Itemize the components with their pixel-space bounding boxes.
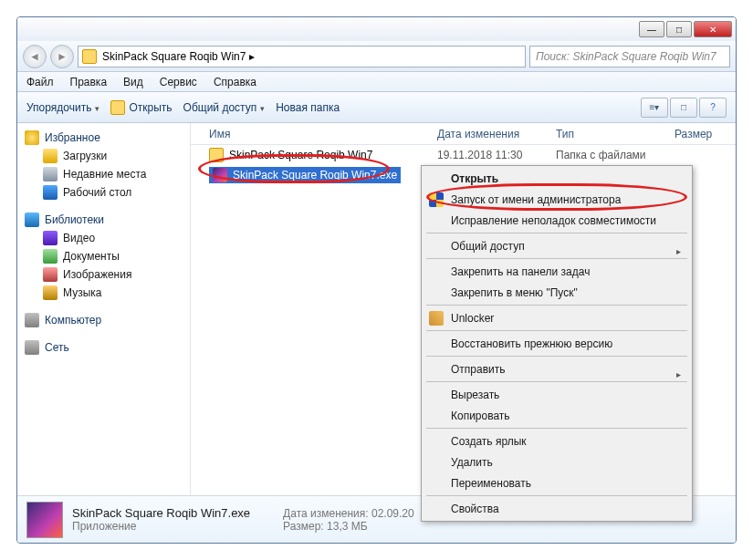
file-row[interactable]: SkinPack Square Roqib Win7 19.11.2018 11…	[191, 145, 736, 165]
forward-button[interactable]: ►	[50, 45, 74, 68]
ctx-restore[interactable]: Восстановить прежнюю версию	[424, 333, 690, 354]
separator	[426, 495, 687, 496]
ctx-compat[interactable]: Исправление неполадок совместимости	[424, 210, 690, 231]
navbar: ◄ ► SkinPack Square Roqib Win7 ▸ Поиск: …	[17, 41, 736, 72]
separator	[426, 330, 687, 331]
computer-icon	[25, 313, 39, 327]
sidebar-libraries[interactable]: Библиотеки	[17, 211, 190, 229]
context-menu: Открыть Запуск от имени администратора И…	[421, 165, 693, 522]
images-icon	[43, 267, 58, 282]
file-thumbnail	[26, 502, 63, 538]
ctx-pinstart[interactable]: Закрепить в меню "Пуск"	[424, 282, 690, 303]
col-type[interactable]: Тип	[556, 128, 675, 140]
menu-tools[interactable]: Сервис	[160, 76, 197, 88]
sidebar: Избранное Загрузки Недавние места Рабочи…	[17, 123, 191, 495]
preview-pane-button[interactable]: □	[670, 98, 697, 118]
explorer-window: — □ ✕ ◄ ► SkinPack Square Roqib Win7 ▸ П…	[16, 16, 737, 544]
separator	[426, 381, 687, 382]
maximize-button[interactable]: □	[666, 21, 692, 37]
sidebar-item-video[interactable]: Видео	[17, 229, 190, 247]
view-mode-button[interactable]: ≡▾	[641, 98, 668, 118]
search-input[interactable]: Поиск: SkinPack Square Roqib Win7	[529, 46, 730, 67]
minimize-button[interactable]: —	[639, 21, 664, 37]
ctx-open[interactable]: Открыть	[424, 168, 690, 189]
sidebar-item-images[interactable]: Изображения	[17, 265, 190, 284]
libraries-icon	[25, 213, 39, 227]
folder-icon	[82, 49, 97, 64]
ctx-copy[interactable]: Копировать	[424, 405, 690, 426]
separator	[426, 258, 687, 259]
shield-icon	[429, 192, 444, 207]
network-icon	[25, 340, 39, 355]
details-meta: Дата изменения: 02.09.20 Размер: 13,3 МБ	[283, 507, 414, 533]
wand-icon	[429, 311, 444, 326]
address-bar[interactable]: SkinPack Square Roqib Win7 ▸	[78, 46, 526, 67]
view-buttons: ≡▾ □ ?	[641, 98, 727, 118]
organize-button[interactable]: Упорядочить	[26, 101, 99, 114]
back-button[interactable]: ◄	[23, 45, 47, 68]
separator	[426, 233, 687, 233]
documents-icon	[43, 249, 58, 264]
desktop-icon	[43, 185, 58, 200]
sidebar-item-recent[interactable]: Недавние места	[17, 165, 190, 183]
ctx-rename[interactable]: Переименовать	[424, 472, 690, 493]
separator	[426, 356, 687, 357]
col-size[interactable]: Размер	[675, 128, 736, 140]
sidebar-item-downloads[interactable]: Загрузки	[17, 147, 190, 165]
star-icon	[25, 130, 39, 145]
close-button[interactable]: ✕	[694, 21, 732, 37]
menubar: Файл Правка Вид Сервис Справка	[17, 72, 736, 92]
body: Избранное Загрузки Недавние места Рабочи…	[17, 123, 736, 495]
separator	[426, 305, 687, 306]
address-path: SkinPack Square Roqib Win7 ▸	[102, 50, 255, 63]
exe-icon	[213, 168, 227, 182]
folder-icon	[209, 148, 224, 162]
menu-file[interactable]: Файл	[26, 76, 54, 88]
downloads-icon	[43, 149, 58, 163]
share-button[interactable]: Общий доступ	[183, 101, 266, 114]
column-headers: Имя Дата изменения Тип Размер	[191, 123, 736, 145]
menu-edit[interactable]: Правка	[70, 76, 108, 88]
sidebar-computer[interactable]: Компьютер	[17, 311, 190, 329]
file-list: Имя Дата изменения Тип Размер SkinPack S…	[191, 123, 736, 495]
ctx-delete[interactable]: Удалить	[424, 451, 690, 472]
titlebar: — □ ✕	[17, 17, 736, 41]
sidebar-favorites[interactable]: Избранное	[17, 129, 190, 147]
col-date[interactable]: Дата изменения	[437, 128, 556, 140]
video-icon	[43, 231, 58, 245]
menu-view[interactable]: Вид	[123, 76, 143, 88]
search-placeholder: Поиск: SkinPack Square Roqib Win7	[536, 50, 716, 63]
help-button[interactable]: ?	[699, 98, 727, 118]
col-name[interactable]: Имя	[191, 128, 437, 140]
sidebar-network[interactable]: Сеть	[17, 338, 190, 357]
open-icon	[110, 100, 125, 115]
ctx-share[interactable]: Общий доступ	[424, 235, 690, 256]
recent-icon	[43, 167, 58, 181]
open-button[interactable]: Открыть	[110, 100, 172, 115]
menu-help[interactable]: Справка	[214, 76, 256, 88]
newfolder-button[interactable]: Новая папка	[276, 101, 340, 114]
details-type: Приложение	[72, 520, 250, 533]
ctx-shortcut[interactable]: Создать ярлык	[424, 430, 690, 451]
ctx-props[interactable]: Свойства	[424, 498, 690, 519]
music-icon	[43, 285, 58, 300]
sidebar-item-documents[interactable]: Документы	[17, 247, 190, 265]
sidebar-item-desktop[interactable]: Рабочий стол	[17, 183, 190, 202]
ctx-runas[interactable]: Запуск от имени администратора	[424, 189, 690, 210]
sidebar-item-music[interactable]: Музыка	[17, 284, 190, 302]
separator	[426, 428, 687, 429]
ctx-sendto[interactable]: Отправить	[424, 358, 690, 379]
ctx-cut[interactable]: Вырезать	[424, 384, 690, 405]
toolbar: Упорядочить Открыть Общий доступ Новая п…	[17, 92, 736, 123]
ctx-pintaskbar[interactable]: Закрепить на панели задач	[424, 261, 690, 282]
details-title: SkinPack Square Roqib Win7.exe	[72, 506, 250, 520]
ctx-unlocker[interactable]: Unlocker	[424, 307, 690, 328]
